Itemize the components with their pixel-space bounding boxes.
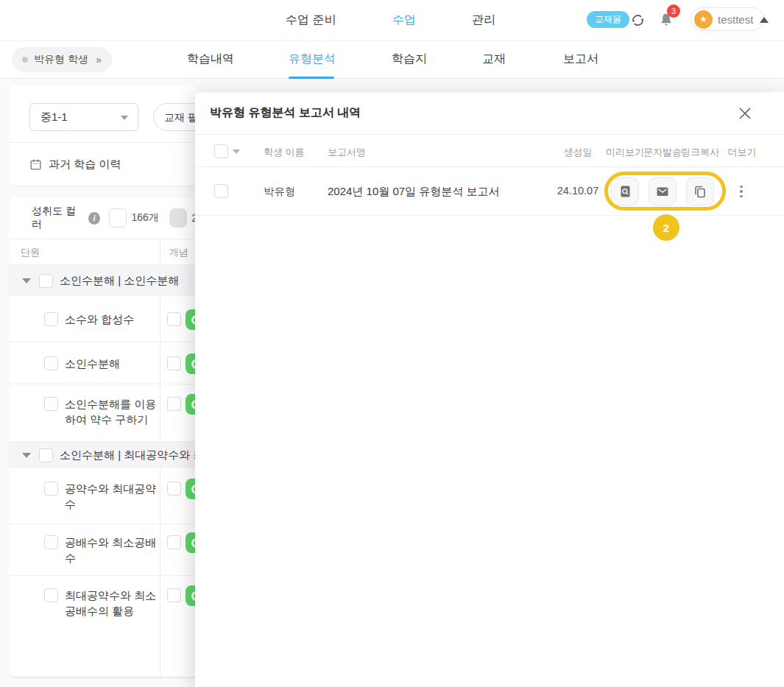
nav-manage[interactable]: 관리 bbox=[472, 13, 495, 28]
preview-button[interactable] bbox=[611, 177, 639, 205]
row-report-name: 2024년 10월 07일 유형분석 보고서 bbox=[328, 185, 499, 199]
double-chevron-icon: » bbox=[96, 54, 102, 66]
achievement-color-label: 성취도 컬러 bbox=[32, 205, 82, 231]
unit-label: 최대공약수와 최소공배수의 활용 bbox=[65, 588, 160, 619]
unit-checkbox[interactable] bbox=[44, 356, 58, 370]
more-options-button[interactable] bbox=[737, 183, 746, 200]
unit-checkbox[interactable] bbox=[44, 482, 58, 496]
user-menu-button[interactable]: ★ testtest bbox=[691, 7, 764, 31]
concept-row: 공배수와 최소공배수 bbox=[9, 524, 197, 576]
report-row: 박유형 2024년 10월 07일 유형분석 보고서 24.10.07 bbox=[195, 167, 784, 216]
select-all-checkbox[interactable] bbox=[214, 144, 228, 158]
concept-checkbox[interactable] bbox=[167, 535, 181, 549]
tab-textbook[interactable]: 교재 bbox=[482, 52, 505, 67]
unit-label: 공약수와 최대공약수 bbox=[65, 481, 160, 512]
document-preview-icon bbox=[618, 184, 632, 199]
chevron-down-icon[interactable] bbox=[22, 453, 31, 458]
concept-checkbox[interactable] bbox=[167, 482, 181, 496]
concept-checkbox[interactable] bbox=[167, 312, 181, 326]
concept-row: 최대공약수와 최소공배수의 활용 bbox=[9, 576, 197, 677]
modal-header: 박유형 유형분석 보고서 내역 bbox=[195, 92, 784, 135]
info-icon[interactable]: i bbox=[88, 212, 100, 225]
mail-icon bbox=[655, 184, 670, 199]
unit-label: 소인수분해 bbox=[65, 356, 160, 371]
student-chip-label: 박유형 학생 bbox=[34, 53, 88, 66]
column-unit: 단원 bbox=[21, 246, 40, 259]
grade-select-value: 중1-1 bbox=[40, 110, 68, 124]
achievement-card: 성취도 컬러 i 166개 2 단원 개념 소인수분해 | 소인수분해 소수와 … bbox=[9, 197, 197, 677]
status-dot-icon bbox=[22, 57, 28, 63]
collapse-header-button chevron-up-icon[interactable] bbox=[760, 17, 769, 23]
concept-row: 공약수와 최대공약수 bbox=[9, 468, 197, 524]
past-learning-history-link[interactable]: 과거 학습 이력 bbox=[9, 142, 197, 186]
unit-label: 소수와 합성수 bbox=[65, 311, 160, 327]
notification-count-badge: 3 bbox=[667, 4, 680, 18]
tab-type-analysis[interactable]: 유형분석 bbox=[289, 52, 334, 67]
nav-class-prep[interactable]: 수업 준비 bbox=[286, 13, 336, 28]
section-checkbox[interactable] bbox=[39, 448, 53, 462]
close-button[interactable] bbox=[737, 105, 753, 121]
concept-checkbox[interactable] bbox=[167, 356, 181, 370]
user-avatar: ★ bbox=[694, 10, 713, 29]
close-icon bbox=[738, 107, 752, 120]
student-chip[interactable]: 박유형 학생 » bbox=[12, 47, 112, 72]
calendar-icon bbox=[29, 158, 42, 171]
achievement-color-row: 성취도 컬러 i 166개 2 bbox=[9, 197, 197, 239]
concept-row: 소수와 합성수 bbox=[9, 296, 197, 342]
tab-worksheet[interactable]: 학습지 bbox=[392, 52, 425, 67]
tab-report[interactable]: 보고서 bbox=[563, 52, 597, 67]
chevron-down-icon[interactable] bbox=[233, 149, 240, 154]
chevron-down-icon bbox=[121, 116, 128, 120]
modal-title: 박유형 유형분석 보고서 내역 bbox=[210, 105, 361, 121]
sms-send-button[interactable] bbox=[649, 177, 677, 205]
column-copy-link: 링크복사 bbox=[678, 146, 722, 159]
store-badge[interactable]: 교재몰 bbox=[587, 11, 629, 28]
section-checkbox[interactable] bbox=[39, 274, 53, 288]
achievement-swatch-gray bbox=[169, 208, 187, 228]
report-history-modal: 박유형 유형분석 보고서 내역 학생 이름 보고서명 생성일 미리보기 문자발송… bbox=[195, 92, 784, 687]
star-icon: ★ bbox=[699, 14, 707, 24]
concept-checkbox[interactable] bbox=[167, 397, 181, 411]
concept-table-header: 단원 개념 bbox=[9, 239, 197, 265]
concept-checkbox[interactable] bbox=[167, 588, 181, 602]
filter-card: 중1-1 교재 필터 과거 학습 이력 bbox=[9, 85, 197, 186]
column-more: 더보기 bbox=[720, 146, 764, 159]
unit-label: 공배수와 최소공배수 bbox=[65, 535, 160, 566]
nav-class[interactable]: 수업 bbox=[392, 13, 416, 28]
section-title: 소인수분해 | 소인수분해 bbox=[60, 274, 179, 288]
unit-checkbox[interactable] bbox=[44, 397, 58, 411]
refresh-icon bbox=[630, 13, 646, 28]
concept-row: 소인수분해를 이용하여 약수 구하기 bbox=[9, 384, 197, 442]
unit-label: 소인수분해를 이용하여 약수 구하기 bbox=[65, 396, 160, 427]
unit-checkbox[interactable] bbox=[44, 312, 58, 326]
active-tab-underline bbox=[289, 77, 334, 79]
row-checkbox[interactable] bbox=[214, 184, 228, 198]
top-nav: 수업 준비 수업 관리 교재몰 3 ★ testtest bbox=[0, 0, 784, 41]
past-learning-history-label: 과거 학습 이력 bbox=[49, 158, 121, 172]
tab-learning-history[interactable]: 학습내역 bbox=[187, 52, 233, 67]
achievement-swatch-white bbox=[109, 208, 127, 228]
section-header[interactable]: 소인수분해 | 소인수분해 bbox=[9, 265, 197, 296]
column-concept: 개념 bbox=[169, 246, 188, 259]
user-name: testtest bbox=[718, 13, 753, 26]
row-student-name: 박유형 bbox=[264, 185, 296, 199]
student-sub-nav: 박유형 학생 » 학습내역 유형분석 학습지 교재 보고서 bbox=[0, 41, 784, 79]
achievement-count-white: 166개 bbox=[131, 211, 158, 225]
report-table-header: 학생 이름 보고서명 생성일 미리보기 문자발송 링크복사 더보기 bbox=[195, 135, 784, 167]
grade-select[interactable]: 중1-1 bbox=[29, 103, 138, 131]
copy-link-button[interactable] bbox=[686, 177, 714, 205]
section-header[interactable]: 소인수분해 | 최대공약수와 최소공 bbox=[9, 442, 197, 468]
tutorial-step-badge: 2 bbox=[653, 214, 679, 241]
refresh-button[interactable] bbox=[629, 11, 646, 29]
concept-row: 소인수분해 bbox=[9, 342, 197, 384]
column-report-name: 보고서명 bbox=[328, 146, 366, 159]
copy-icon bbox=[693, 184, 707, 199]
unit-checkbox[interactable] bbox=[44, 588, 58, 602]
unit-checkbox[interactable] bbox=[44, 535, 58, 549]
chevron-down-icon[interactable] bbox=[22, 278, 31, 283]
kebab-icon bbox=[740, 186, 743, 189]
column-student-name: 학생 이름 bbox=[264, 146, 305, 159]
